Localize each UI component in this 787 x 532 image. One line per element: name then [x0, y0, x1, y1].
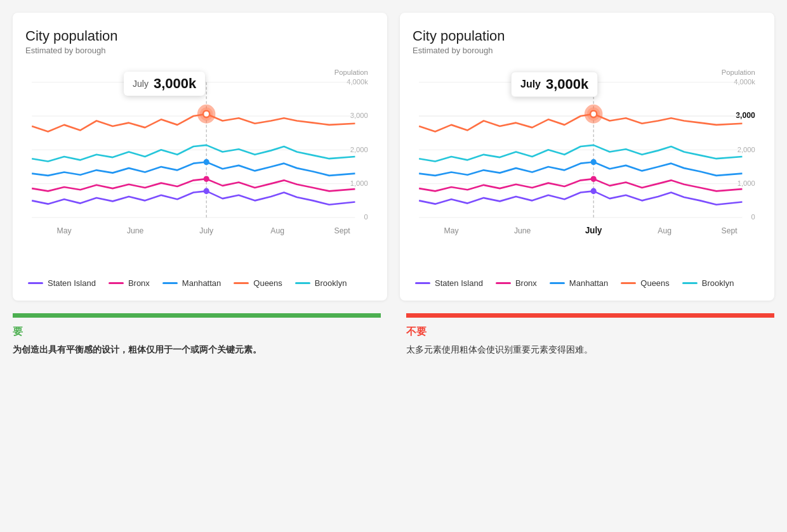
svg-text:Sept: Sept [722, 226, 738, 235]
svg-text:July: July [585, 225, 602, 235]
do-bar [13, 313, 381, 318]
svg-point-20 [204, 176, 209, 182]
legend-line-brooklyn-left [295, 282, 310, 284]
svg-point-18 [203, 110, 209, 117]
svg-point-21 [204, 188, 209, 195]
svg-text:July: July [199, 226, 213, 235]
legend-bronx-left: Bronx [109, 278, 150, 288]
legend-queens-right: Queens [621, 278, 670, 288]
svg-point-41 [591, 159, 597, 165]
tooltip-left: July 3,000k [124, 72, 205, 96]
top-section: City population Estimated by borough Jul… [0, 0, 787, 313]
svg-text:May: May [57, 226, 72, 235]
legend-line-queens-left [234, 282, 249, 284]
svg-text:Sept: Sept [334, 226, 351, 235]
tooltip-month-left: July [133, 79, 149, 89]
chart-card-left: City population Estimated by borough Jul… [13, 13, 387, 301]
legend-brooklyn-left: Brooklyn [295, 278, 347, 288]
tooltip-right: July 3,000k [511, 72, 598, 97]
legend-staten-island-right: Staten Island [415, 278, 483, 288]
svg-text:3,000: 3,000 [350, 112, 368, 119]
legend-bronx-right: Bronx [496, 278, 537, 288]
svg-text:0: 0 [364, 213, 368, 221]
bottom-dont: 不要 太多元素使用粗体会使识别重要元素变得困难。 [394, 313, 787, 369]
legend-right: Staten Island Bronx Manhattan Queens Bro… [413, 278, 762, 288]
legend-line-staten-island-right [415, 282, 430, 284]
chart-title-right: City population [413, 28, 762, 44]
tooltip-value-right: 3,000k [546, 76, 588, 93]
legend-line-bronx-left [109, 282, 124, 284]
bottom-do: 要 为创造出具有平衡感的设计，粗体仅用于一个或两个关键元素。 [0, 313, 394, 369]
svg-text:3,000: 3,000 [736, 111, 755, 120]
legend-brooklyn-right: Brooklyn [682, 278, 734, 288]
svg-text:1,000: 1,000 [350, 179, 368, 187]
legend-line-manhattan-left [162, 282, 178, 284]
svg-text:June: June [514, 226, 531, 235]
do-label: 要 [13, 325, 381, 339]
svg-text:0: 0 [751, 213, 755, 221]
svg-text:4,000k: 4,000k [734, 78, 755, 86]
do-desc: 为创造出具有平衡感的设计，粗体仅用于一个或两个关键元素。 [13, 342, 381, 356]
bottom-section: 要 为创造出具有平衡感的设计，粗体仅用于一个或两个关键元素。 不要 太多元素使用… [0, 313, 787, 369]
svg-point-43 [591, 188, 597, 195]
svg-text:May: May [444, 226, 460, 235]
legend-line-queens-right [621, 282, 636, 284]
legend-line-manhattan-right [550, 282, 565, 284]
svg-text:Aug: Aug [658, 226, 671, 235]
dont-label: 不要 [406, 325, 774, 339]
dont-bar [406, 313, 774, 318]
tooltip-value-left: 3,000k [154, 75, 196, 92]
legend-manhattan-left: Manhattan [162, 278, 221, 288]
svg-text:1,000: 1,000 [737, 179, 755, 187]
chart-subtitle-left: Estimated by borough [25, 46, 374, 55]
svg-text:4,000k: 4,000k [347, 78, 368, 86]
svg-point-42 [591, 176, 597, 182]
chart-card-right: City population Estimated by borough Jul… [400, 13, 774, 301]
legend-line-staten-island-left [28, 282, 43, 284]
chart-svg-left: Population 4,000k 3,000 2,000 1,000 0 Ma… [25, 65, 374, 268]
svg-text:Aug: Aug [270, 226, 284, 235]
svg-text:Population: Population [334, 68, 368, 76]
svg-point-40 [590, 110, 597, 117]
dont-desc: 太多元素使用粗体会使识别重要元素变得困难。 [406, 342, 774, 356]
legend-manhattan-right: Manhattan [550, 278, 608, 288]
chart-subtitle-right: Estimated by borough [413, 46, 762, 55]
legend-line-brooklyn-right [682, 282, 698, 284]
svg-point-19 [204, 159, 209, 165]
legend-line-bronx-right [496, 282, 511, 284]
svg-text:Population: Population [722, 68, 755, 76]
legend-staten-island-left: Staten Island [28, 278, 96, 288]
tooltip-month-right: July [520, 79, 541, 90]
chart-area-right: July 3,000k Population 4,000k 3,000 2,00… [413, 65, 762, 268]
svg-text:2,000: 2,000 [737, 145, 755, 153]
chart-area-left: July 3,000k Population 4,000k 3,000 2,00… [25, 65, 374, 268]
svg-text:2,000: 2,000 [350, 145, 368, 153]
legend-left: Staten Island Bronx Manhattan Queens Bro… [25, 278, 374, 288]
legend-queens-left: Queens [234, 278, 282, 288]
chart-title-left: City population [25, 28, 374, 44]
svg-text:June: June [127, 226, 144, 235]
